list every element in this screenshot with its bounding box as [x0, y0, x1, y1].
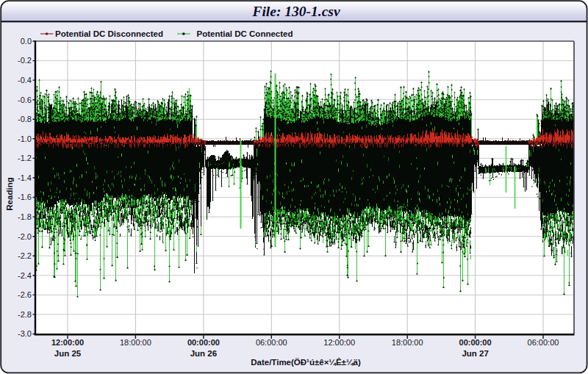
svg-text:-1.8: -1.8 — [18, 212, 32, 221]
svg-text:-2.0: -2.0 — [18, 232, 32, 241]
svg-text:Reading: Reading — [5, 177, 14, 210]
svg-text:-2.8: -2.8 — [18, 310, 32, 319]
svg-text:Potential DC Connected: Potential DC Connected — [197, 29, 293, 38]
svg-text:File: 130-1.csv: File: 130-1.csv — [251, 4, 340, 19]
svg-text:-3.0: -3.0 — [18, 329, 32, 338]
svg-text:18:00:00: 18:00:00 — [392, 338, 423, 347]
svg-text:-1.2: -1.2 — [18, 154, 32, 162]
svg-text:Jun 26: Jun 26 — [190, 349, 217, 358]
svg-text:0.0: 0.0 — [21, 37, 32, 46]
svg-text:Jun 25: Jun 25 — [54, 349, 82, 358]
svg-text:-2.6: -2.6 — [18, 290, 32, 299]
svg-text:-1.6: -1.6 — [18, 193, 32, 201]
svg-text:Jun 27: Jun 27 — [462, 349, 488, 358]
svg-text:18:00:00: 18:00:00 — [120, 338, 151, 347]
svg-text:00:00:00: 00:00:00 — [459, 338, 492, 347]
svg-text:Potential DC Disconnected: Potential DC Disconnected — [55, 29, 163, 38]
svg-text:-2.4: -2.4 — [18, 271, 32, 280]
svg-text:-1.4: -1.4 — [18, 173, 32, 182]
svg-text:-0.4: -0.4 — [18, 76, 32, 84]
svg-text:06:00:00: 06:00:00 — [528, 338, 559, 347]
svg-text:Date/Time(ÖÐ¹ú±ê×¼Ê±¼ä): Date/Time(ÖÐ¹ú±ê×¼Ê±¼ä) — [251, 358, 361, 367]
svg-text:-1.0: -1.0 — [18, 134, 32, 143]
svg-text:-0.6: -0.6 — [18, 96, 32, 104]
svg-text:-0.2: -0.2 — [18, 56, 32, 65]
svg-text:12:00:00: 12:00:00 — [323, 338, 355, 347]
svg-text:12:00:00: 12:00:00 — [51, 338, 84, 347]
svg-text:00:00:00: 00:00:00 — [187, 338, 220, 347]
svg-text:06:00:00: 06:00:00 — [256, 338, 287, 347]
svg-text:-2.2: -2.2 — [18, 251, 32, 260]
svg-text:-0.8: -0.8 — [18, 115, 32, 123]
